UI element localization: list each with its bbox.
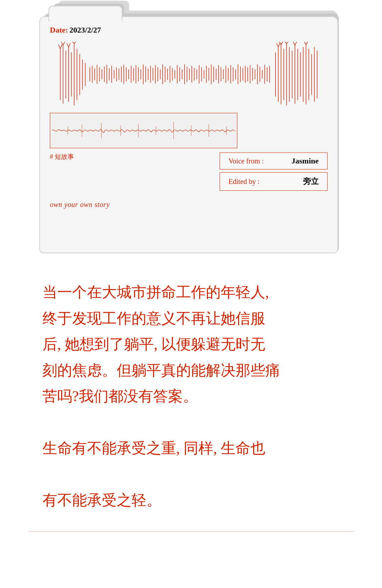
slogan: own your own story: [50, 201, 328, 209]
story-line-5: 苦吗?我们都没有答案。: [42, 384, 340, 410]
bottom-row: # 短故事 Voice from : Jasmine Edited by : 旁…: [50, 152, 328, 191]
tag-label: # 短故事: [50, 152, 74, 161]
bottom-divider: [28, 531, 354, 532]
story-section: 当一个在大城市拼命工作的年轻人, 终于发现工作的意义不再让她信服 后, 她想到了…: [14, 265, 368, 524]
story-line-7: 有不能承受之轻。: [42, 488, 340, 514]
story-line-2: 终于发现工作的意义不再让她信服: [42, 306, 340, 332]
edited-box: Edited by : 旁立: [220, 172, 328, 191]
story-line-4: 刻的焦虑。但躺平真的能解决那些痛: [42, 358, 340, 384]
folder-main: Date: 2023/2/27: [39, 16, 338, 253]
story-text: 当一个在大城市拼命工作的年轻人, 终于发现工作的意义不再让她信服 后, 她想到了…: [42, 279, 340, 514]
date-key: Date:: [50, 25, 68, 35]
edited-value: 旁立: [303, 176, 319, 187]
date-label: Date: 2023/2/27: [50, 25, 328, 35]
voice-label: Voice from :: [228, 157, 264, 165]
waveform-small: [50, 113, 237, 148]
voice-box: Voice from : Jasmine: [220, 152, 328, 169]
story-line-3: 后, 她想到了躺平, 以便躲避无时无: [42, 332, 340, 358]
waveform-big-svg: [50, 42, 328, 107]
waveform-big: [50, 42, 328, 107]
info-boxes: Voice from : Jasmine Edited by : 旁立: [220, 152, 328, 191]
page-container: Date: 2023/2/27: [0, 0, 382, 588]
voice-value: Jasmine: [291, 156, 319, 166]
story-line-1: 当一个在大城市拼命工作的年轻人,: [42, 279, 340, 306]
date-value: 2023/2/27: [69, 25, 101, 35]
story-line-6: 生命有不能承受之重, 同样, 生命也: [42, 436, 340, 462]
edited-label: Edited by :: [228, 178, 260, 186]
waveform-small-svg: [50, 113, 237, 148]
folder-stack: Date: 2023/2/27: [37, 11, 345, 265]
